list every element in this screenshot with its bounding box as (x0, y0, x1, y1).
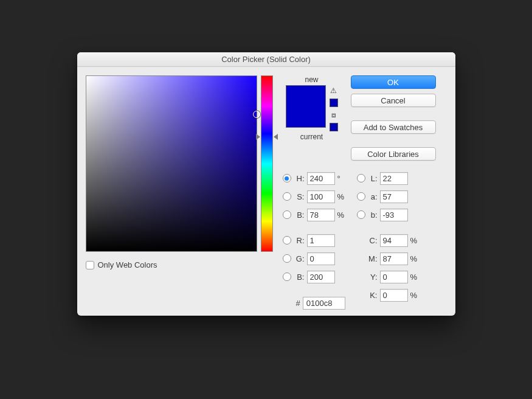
s-row: S: 100 % (283, 190, 346, 203)
cancel-button[interactable]: Cancel (351, 94, 436, 107)
lab-b-input[interactable]: -93 (380, 209, 408, 221)
s-label: S: (294, 192, 305, 201)
k-input[interactable]: 0 (380, 289, 408, 302)
r-radio[interactable] (283, 236, 291, 245)
k-unit: % (410, 291, 419, 300)
y-row: Y: 0 % (357, 270, 419, 283)
l-radio[interactable] (357, 174, 365, 182)
lab-b-label: b: (368, 210, 378, 220)
gamut-swatch-icon[interactable] (330, 99, 338, 107)
b-label: B: (294, 210, 305, 220)
m-row: M: 87 % (357, 252, 419, 265)
hex-row: # 0100c8 (283, 297, 346, 310)
numeric-inputs: H: 240 ° S: 100 % B: (283, 172, 447, 310)
color-swatch (286, 85, 326, 128)
k-label: K: (368, 291, 378, 300)
g-radio[interactable] (283, 254, 291, 263)
hue-slider-container (261, 75, 273, 252)
g-label: G: (294, 254, 305, 263)
only-web-colors-checkbox[interactable] (86, 261, 94, 269)
l-label: L: (368, 174, 378, 183)
rgb-b-radio[interactable] (283, 272, 291, 281)
new-color-swatch[interactable] (286, 86, 325, 106)
s-radio[interactable] (283, 192, 291, 201)
websafe-swatch-icon[interactable] (330, 123, 338, 131)
r-label: R: (294, 236, 305, 245)
only-web-colors-row: Only Web Colors (86, 260, 273, 269)
hex-prefix: # (296, 299, 300, 308)
ok-button[interactable]: OK (351, 75, 436, 89)
c-label: C: (368, 236, 378, 245)
hsb-rgb-column: H: 240 ° S: 100 % B: (283, 172, 346, 310)
h-unit: ° (337, 174, 346, 183)
only-web-colors-label: Only Web Colors (98, 260, 157, 269)
m-input[interactable]: 87 (380, 252, 408, 265)
rgb-b-label: B: (294, 272, 305, 282)
y-label: Y: (368, 272, 378, 282)
h-row: H: 240 ° (283, 172, 346, 185)
g-row: G: 0 (283, 252, 346, 265)
dialog-body: Only Web Colors new ⚠ ⧈ current OK (77, 67, 455, 316)
hue-arrow-left-icon[interactable] (256, 134, 260, 140)
h-radio[interactable] (283, 174, 291, 182)
rgb-b-row: B: 200 (283, 270, 346, 283)
swatch-new-label: new (305, 75, 318, 84)
titlebar[interactable]: Color Picker (Solid Color) (77, 52, 455, 67)
a-label: a: (368, 192, 378, 201)
left-column: Only Web Colors (86, 75, 273, 310)
lab-cmyk-column: L: 22 a: 57 b: -93 (357, 172, 419, 310)
k-row: K: 0 % (357, 288, 419, 302)
c-unit: % (410, 236, 419, 245)
b-radio[interactable] (283, 210, 291, 219)
hex-input[interactable]: 0100c8 (303, 297, 345, 310)
l-input[interactable]: 22 (380, 172, 408, 185)
a-row: a: 57 (357, 190, 419, 203)
rgb-b-input[interactable]: 200 (307, 271, 335, 283)
h-label: H: (294, 174, 305, 183)
y-input[interactable]: 0 (380, 271, 408, 283)
b-unit: % (337, 210, 346, 220)
current-color-swatch[interactable] (286, 106, 325, 127)
color-libraries-button[interactable]: Color Libraries (351, 147, 436, 161)
hue-slider[interactable] (261, 75, 273, 252)
color-picker-dialog: Color Picker (Solid Color) Only Web Colo… (77, 52, 455, 316)
s-unit: % (337, 192, 346, 201)
saturation-brightness-field[interactable] (86, 75, 257, 252)
s-input[interactable]: 100 (307, 190, 335, 203)
lab-b-row: b: -93 (357, 208, 419, 221)
b-input[interactable]: 78 (307, 209, 335, 221)
r-input[interactable]: 1 (307, 234, 335, 247)
a-input[interactable]: 57 (380, 190, 408, 203)
lab-b-radio[interactable] (357, 210, 365, 219)
swatch-side-icons: ⚠ ⧈ (330, 86, 338, 131)
add-to-swatches-button[interactable]: Add to Swatches (351, 120, 436, 134)
swatch-current-label: current (300, 133, 323, 141)
gamut-warning-icon[interactable]: ⚠ (330, 86, 338, 95)
g-input[interactable]: 0 (307, 252, 335, 265)
a-radio[interactable] (357, 192, 365, 201)
m-unit: % (410, 254, 419, 263)
b-row: B: 78 % (283, 208, 346, 221)
c-input[interactable]: 94 (380, 234, 408, 247)
y-unit: % (410, 272, 419, 282)
l-row: L: 22 (357, 172, 419, 185)
color-cursor[interactable] (253, 111, 260, 118)
c-row: C: 94 % (357, 234, 419, 247)
cube-icon[interactable]: ⧈ (330, 111, 338, 119)
h-input[interactable]: 240 (307, 172, 335, 185)
right-column: OK Cancel Add to Swatches Color Librarie… (351, 75, 447, 310)
r-row: R: 1 (283, 234, 346, 247)
m-label: M: (368, 254, 378, 263)
dialog-title: Color Picker (Solid Color) (221, 55, 311, 64)
hue-arrow-right-icon[interactable] (274, 134, 278, 140)
